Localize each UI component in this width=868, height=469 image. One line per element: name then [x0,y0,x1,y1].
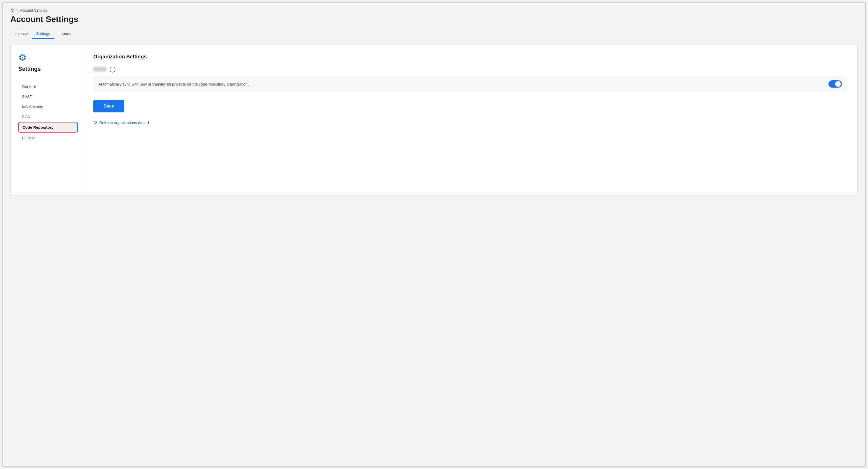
tab-settings[interactable]: Settings [32,29,54,39]
sidebar-item-code-repository[interactable]: Code Repository [18,122,78,132]
breadcrumb-label: Account Settings [20,8,47,12]
settings-sidebar: ⚙ Settings General SAST IaC Security SCA… [10,44,83,194]
sidebar-item-general[interactable]: General [18,82,78,91]
sidebar-item-sast[interactable]: SAST [18,92,78,101]
org-row: ◯ [93,66,847,73]
gear-icon: ⚙ [18,52,27,63]
refresh-label[interactable]: Refresh organizations data [99,120,146,125]
content-card: ⚙ Settings General SAST IaC Security SCA… [10,44,858,194]
sync-text: Automatically sync with new or transferr… [98,82,823,86]
home-icon[interactable]: 🏠 [10,8,15,12]
tab-imports[interactable]: Imports [54,29,75,39]
info-icon: ℹ [148,120,149,125]
page-title: Account Settings [10,14,858,24]
section-title: Organization Settings [93,54,847,60]
sync-row: Automatically sync with new or transferr… [93,76,847,92]
breadcrumb: 🏠 > Account Settings [10,8,858,12]
toggle-thumb [835,81,841,87]
sidebar-header: ⚙ Settings [18,52,78,72]
refresh-icon: ↻ [93,120,97,125]
save-button[interactable]: Save [93,100,124,113]
tab-license[interactable]: License [10,29,32,39]
org-avatar [93,67,106,71]
main-content: Organization Settings ◯ Automatically sy… [83,44,858,194]
sidebar-item-plugins[interactable]: Plugins [18,133,78,143]
breadcrumb-sep: > [16,8,18,12]
sidebar-title: Settings [18,66,41,72]
sidebar-item-iac-security[interactable]: IaC Security [18,102,78,112]
tabs-bar: License Settings Imports [10,29,858,39]
github-icon: ◯ [109,66,116,73]
refresh-row[interactable]: ↻ Refresh organizations data ℹ [93,120,847,125]
auto-sync-toggle[interactable] [829,81,842,88]
sidebar-item-sca[interactable]: SCA [18,112,78,121]
sidebar-nav: General SAST IaC Security SCA Code Repos… [18,82,78,143]
